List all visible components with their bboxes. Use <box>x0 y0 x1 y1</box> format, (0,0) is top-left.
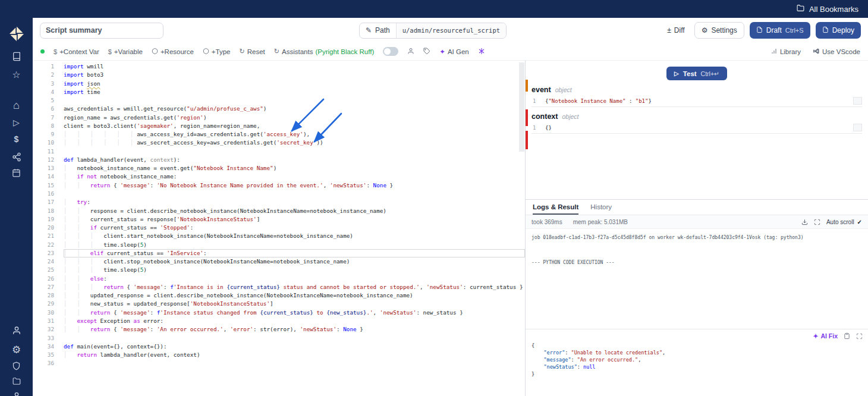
ai-fix-button[interactable]: ✦ AI Fix <box>813 332 838 340</box>
diff-button[interactable]: ± Diff <box>663 22 688 39</box>
arg-context-value: {} <box>545 125 552 131</box>
code-line[interactable]: 24│ │ │ client.stop_notebook_instance(No… <box>33 257 525 266</box>
sidebar-item-schedules[interactable] <box>0 168 33 177</box>
expand-logs-button[interactable] <box>814 219 820 225</box>
code-line[interactable]: 35│ return lambda_handler(event, context… <box>33 351 525 359</box>
code-line[interactable]: 34def main(event={}, context={}): <box>33 342 525 351</box>
code-line[interactable]: 17│ try: <box>33 198 525 206</box>
code-line[interactable]: 20│ │ if current_status == 'Stopped': <box>33 224 525 232</box>
ai-options-button[interactable] <box>478 48 485 56</box>
code-line[interactable]: 13│ notebook_instance_name = event.get("… <box>33 164 525 172</box>
code-line[interactable]: 15│ │ return { 'message': 'No Notebook I… <box>33 181 525 190</box>
draft-button[interactable]: Draft Ctrl+S <box>750 22 810 39</box>
vscode-icon <box>813 48 820 56</box>
code-line[interactable]: 22│ │ │ time.sleep(5) <box>33 241 525 249</box>
code-line[interactable]: 30│ │ return { 'message': f'Instance sta… <box>33 309 525 317</box>
code-line[interactable]: 28│ │ updated_response = client.describe… <box>33 291 525 300</box>
draft-shortcut: Ctrl+S <box>785 27 804 34</box>
code-line[interactable]: 3import json <box>33 80 525 88</box>
code-line[interactable]: 23│ │ elif current_status == 'InService'… <box>33 249 525 257</box>
add-variable-button[interactable]: $ +Variable <box>108 48 143 55</box>
code-line[interactable]: 6aws_credentials = wmill.get_resource("u… <box>33 105 525 113</box>
file-icon <box>756 26 763 35</box>
code-line[interactable]: 7region_name = aws_credentials.get('regi… <box>33 114 525 122</box>
tag-button[interactable] <box>423 48 430 56</box>
sidebar-item-home[interactable]: ⌂ <box>0 100 33 111</box>
ai-gen-button[interactable]: ✦ AI Gen <box>439 48 468 56</box>
code-line[interactable]: 14│ if not notebook_instance_name: <box>33 172 525 181</box>
add-type-button[interactable]: +Type <box>203 48 231 56</box>
sidebar-item-docs[interactable] <box>0 52 33 61</box>
arg-type-label: object <box>562 113 578 120</box>
copy-result-button[interactable] <box>844 332 850 340</box>
sidebar-item-favorites[interactable]: ☆ <box>0 70 33 80</box>
code-line[interactable]: 31│ except Exception as error: <box>33 317 525 325</box>
code-editor[interactable]: 1import wmill2import boto33import json4i… <box>33 62 525 368</box>
ai-fix-label: AI Fix <box>820 332 838 340</box>
sidebar-item-account[interactable] <box>0 326 33 335</box>
code-line[interactable]: 16 <box>33 190 525 198</box>
all-bookmarks-button[interactable]: All Bookmarks <box>796 4 858 14</box>
editor-scrollbar[interactable] <box>519 62 524 152</box>
deploy-button[interactable]: Deploy <box>816 22 861 39</box>
add-variable-label: +Variable <box>114 48 143 55</box>
reset-button[interactable]: ↻ Reset <box>240 48 265 55</box>
library-button[interactable]: Library <box>770 48 801 56</box>
book-icon <box>12 52 21 61</box>
assistant-toggle[interactable] <box>383 47 398 56</box>
sidebar-item-resources[interactable] <box>0 152 33 162</box>
add-resource-button[interactable]: +Resource <box>152 48 194 56</box>
code-line[interactable]: 4import time <box>33 88 525 96</box>
result-json-line: "error": "Unable to locate credentials", <box>532 349 862 356</box>
script-summary-input[interactable] <box>40 23 163 39</box>
add-context-var-button[interactable]: $ +Context Var <box>54 48 99 55</box>
code-line[interactable]: 32│ │ return { 'message': 'An error occu… <box>33 325 525 334</box>
chart-bars-icon <box>770 48 778 56</box>
code-line[interactable]: 25│ │ │ time.sleep(5) <box>33 266 525 274</box>
user-mode-button[interactable] <box>407 48 414 56</box>
arg-event-input[interactable]: 1 {"Notebook Instance Name" : "b1"} <box>532 96 862 107</box>
code-line[interactable]: 18│ │ response = client.describe_noteboo… <box>33 207 525 215</box>
script-path-value[interactable]: u/admin/resourceful_script <box>396 23 506 38</box>
code-line[interactable]: 33 <box>33 334 525 342</box>
result-json-line: "newStatus": null <box>532 363 862 370</box>
sidebar-item-more[interactable] <box>0 391 33 396</box>
dollar-icon: $ <box>108 48 112 55</box>
code-line[interactable]: 36 <box>33 359 525 367</box>
code-line[interactable]: 8client = boto3.client('sagemaker', regi… <box>33 122 525 130</box>
code-line[interactable]: 19│ │ current_status = response['Noteboo… <box>33 215 525 224</box>
result-panel: ✦ AI Fix { "error": "Unable to locate cr… <box>526 329 868 396</box>
add-resource-label: +Resource <box>161 48 194 55</box>
script-header: ✎ Path u/admin/resourceful_script ± Diff… <box>33 18 868 43</box>
code-line[interactable]: 29│ │ new_status = updated_response['Not… <box>33 300 525 308</box>
code-line[interactable]: 26│ │ else: <box>33 275 525 283</box>
code-line[interactable]: 9│ │ │ │ │ │ aws_access_key_id=aws_crede… <box>33 130 525 139</box>
code-line[interactable]: 1import wmill <box>33 62 525 71</box>
code-line[interactable]: 21│ │ │ client.start_notebook_instance(N… <box>33 232 525 240</box>
autoscroll-toggle[interactable]: Auto scroll ✓ <box>826 219 862 225</box>
code-line[interactable]: 2import boto3 <box>33 71 525 79</box>
sidebar-logo[interactable] <box>0 26 33 42</box>
sidebar-item-folders[interactable] <box>0 377 33 385</box>
path-edit-button[interactable]: ✎ Path <box>360 23 396 38</box>
tab-history[interactable]: History <box>590 200 612 215</box>
code-line[interactable]: 27│ │ │ return { 'message': f'Instance i… <box>33 283 525 291</box>
code-line[interactable]: 5 <box>33 96 525 105</box>
test-button[interactable]: ▷ Test Ctrl+↵ <box>666 67 727 80</box>
code-line[interactable]: 11 <box>33 147 525 156</box>
assistants-button[interactable]: ↻ Assistants (Pyright Black Ruff) <box>274 48 375 55</box>
sidebar-item-runs[interactable]: ▷ <box>0 118 33 127</box>
sidebar-item-variables[interactable]: $ <box>0 135 33 143</box>
sidebar-item-security[interactable] <box>0 362 33 370</box>
download-logs-button[interactable] <box>801 219 808 225</box>
use-vscode-button[interactable]: Use VScode <box>813 48 860 56</box>
expand-result-button[interactable] <box>856 333 863 340</box>
tab-logs-result[interactable]: Logs & Result <box>533 200 578 215</box>
code-line[interactable]: 12def lambda_handler(event, context): <box>33 156 525 164</box>
code-line[interactable]: 10│ │ │ │ │ │ aws_secret_access_key=aws_… <box>33 139 525 147</box>
editor-toolbar: $ +Context Var $ +Variable +Resource +Ty… <box>33 43 868 61</box>
settings-button[interactable]: ⚙ Settings <box>694 22 744 39</box>
sidebar-item-settings[interactable]: ⚙ <box>0 345 33 355</box>
play-icon: ▷ <box>13 118 20 127</box>
arg-context-input[interactable]: 1 {} <box>532 122 862 134</box>
